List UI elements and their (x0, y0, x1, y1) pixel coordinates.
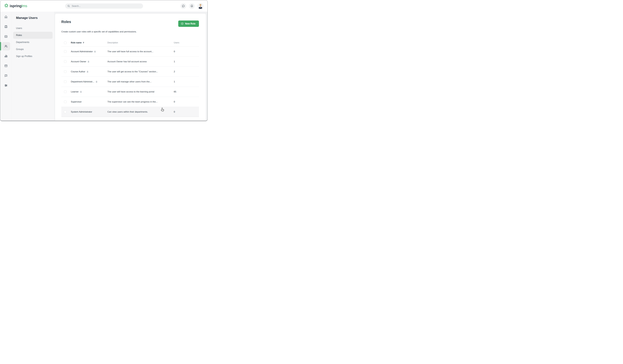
user-photo-icon (198, 3, 203, 9)
role-name: Account Administrator (71, 50, 93, 53)
bar-chart-icon (4, 54, 8, 58)
table-row[interactable]: Course Author The user will get access t… (61, 67, 199, 77)
sidebar-item-users[interactable] (2, 42, 10, 50)
panel-title: Manage Users (16, 16, 54, 20)
new-role-button[interactable]: New Role (178, 20, 199, 27)
nav-item-departments[interactable]: Departments (13, 39, 53, 46)
nav-item-label: Groups (16, 48, 23, 51)
role-user-count: 0 (174, 101, 199, 103)
table-row[interactable]: Account Owner Account Owner has full acc… (61, 57, 199, 67)
topbar-actions (180, 3, 203, 9)
role-name-header-label: Role name (71, 41, 82, 44)
table-body: Account Administrator The user will have… (61, 47, 199, 117)
app-window: ispringlms (0, 0, 208, 121)
sidebar-item-reports[interactable] (2, 52, 10, 60)
row-checkbox[interactable] (64, 81, 67, 83)
search-bar[interactable] (65, 3, 143, 9)
main-shell: ? Manage Users UsersRolesDepar (0, 12, 207, 121)
row-checkbox[interactable] (64, 50, 67, 53)
row-checkbox[interactable] (64, 60, 67, 63)
sliders-icon (4, 84, 8, 87)
user-avatar[interactable] (198, 3, 203, 9)
table-row[interactable]: Learner The user will have access to the… (61, 87, 199, 97)
table-row[interactable]: Department Administr... The user will ma… (61, 77, 199, 87)
lock-icon (80, 91, 82, 93)
manage-users-nav: UsersRolesDepartmentsGroupsSign up Profi… (12, 25, 54, 60)
column-header-role-name[interactable]: Role name (71, 41, 107, 44)
book-icon (4, 25, 8, 28)
messages-button[interactable] (180, 3, 186, 9)
users-icon (4, 44, 8, 48)
plus-circle-icon (181, 22, 183, 25)
logo-product: lms (22, 4, 27, 8)
column-header-description[interactable]: Description (107, 41, 174, 44)
role-description: Account Owner has full account access (107, 60, 174, 63)
page-title: Roles (61, 20, 71, 24)
sidebar-item-courses[interactable] (2, 22, 10, 31)
sort-ascending-icon (83, 42, 84, 44)
role-user-count: 65 (174, 90, 199, 93)
lock-icon (96, 81, 97, 83)
role-description: The user will get access to the "Courses… (107, 70, 174, 73)
topbar: ispringlms (0, 0, 207, 12)
role-description: The user will have full access to the ac… (107, 50, 174, 53)
nav-item-sign-up-profiles[interactable]: Sign up Profiles (13, 53, 53, 60)
table-header-row: Role name Description Users (61, 39, 199, 47)
ispring-flower-icon (4, 3, 8, 9)
nav-item-label: Departments (16, 41, 29, 44)
svg-text:?: ? (5, 75, 6, 76)
role-user-count: 2 (174, 70, 199, 73)
table-row[interactable]: Supervisor The supervisor can see the te… (61, 97, 199, 107)
row-checkbox[interactable] (64, 90, 67, 93)
new-role-label: New Role (185, 22, 196, 25)
role-name: Supervisor (71, 101, 82, 103)
ispring-logo[interactable]: ispringlms (4, 3, 27, 9)
notifications-button[interactable] (189, 3, 195, 9)
table-row[interactable]: Account Administrator The user will have… (61, 47, 199, 57)
sidebar-item-help[interactable]: ? (2, 71, 10, 80)
sidebar-item-events[interactable] (2, 32, 10, 40)
sidebar-item-home[interactable] (2, 13, 10, 21)
help-icon: ? (4, 74, 8, 77)
role-description: The supervisor can see the team progress… (107, 101, 174, 103)
content-area: Roles New Role Create custom user roles … (55, 12, 207, 121)
search-input[interactable] (71, 5, 141, 7)
role-description: The user will manage other users from th… (107, 81, 174, 83)
chat-bubble-icon (182, 4, 185, 8)
icon-rail: ? (0, 12, 12, 121)
nav-item-label: Sign up Profiles (16, 55, 32, 58)
role-user-count: 0 (174, 50, 199, 53)
role-description: Can view users within their departments. (107, 111, 174, 113)
row-checkbox[interactable] (64, 70, 67, 73)
home-icon (4, 15, 8, 19)
table-row[interactable]: System Administrator Can view users with… (61, 107, 199, 117)
nav-item-groups[interactable]: Groups (13, 46, 53, 53)
role-name: Department Administr... (71, 81, 94, 83)
roles-table: Role name Description Users Account Admi… (61, 39, 199, 117)
role-name: Account Owner (71, 60, 86, 63)
roles-header: Roles New Role (61, 14, 199, 27)
role-user-count: 1 (174, 60, 199, 63)
role-description: The user will have access to the learnin… (107, 90, 174, 93)
sidebar-item-learning-portal[interactable] (2, 62, 10, 70)
nav-item-users[interactable]: Users (13, 25, 53, 32)
role-user-count: 1 (174, 81, 199, 83)
nav-item-roles[interactable]: Roles (13, 32, 53, 39)
column-header-users[interactable]: Users (174, 41, 199, 44)
logo-brand: ispring (10, 4, 22, 8)
lock-icon (94, 50, 96, 53)
lock-icon (87, 70, 89, 73)
search-icon (67, 5, 70, 7)
nav-item-label: Users (16, 27, 22, 30)
select-all-checkbox[interactable] (64, 41, 67, 44)
row-checkbox[interactable] (64, 111, 67, 113)
info-window-icon (4, 64, 8, 68)
logo-text: ispringlms (10, 4, 27, 8)
roles-card: Roles New Role Create custom user roles … (55, 14, 206, 121)
role-name: System Administrator (71, 111, 92, 113)
manage-users-panel: Manage Users UsersRolesDepartmentsGroups… (12, 12, 55, 121)
row-checkbox[interactable] (64, 101, 67, 103)
active-indicator (0, 42, 1, 50)
role-user-count: 0 (174, 111, 199, 113)
sidebar-item-settings[interactable] (2, 81, 10, 90)
